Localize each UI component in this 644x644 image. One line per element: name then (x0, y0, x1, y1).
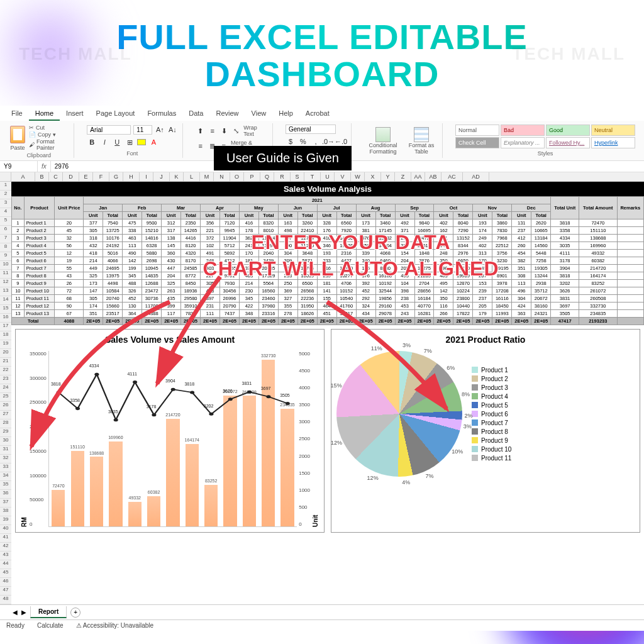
row-header[interactable]: 20 (0, 349, 11, 358)
col-header[interactable]: M (200, 172, 214, 181)
row-header[interactable]: 2 (0, 191, 11, 199)
row-header[interactable]: 31 (0, 446, 11, 455)
col-header[interactable]: T (304, 172, 321, 181)
format-painter-button[interactable]: 🖌 Format Painter (29, 138, 69, 151)
style-hyperlink[interactable]: Hyperlink (591, 137, 635, 148)
font-name-select[interactable] (87, 125, 131, 135)
row-header[interactable]: 8 (0, 243, 11, 252)
col-header[interactable]: U (321, 172, 335, 181)
row-header[interactable]: 43 (0, 552, 11, 560)
row-header[interactable]: 12 (0, 279, 11, 287)
row-header[interactable]: 1 (0, 182, 11, 191)
align-left-icon[interactable]: ≡ (196, 141, 205, 151)
col-header[interactable]: AC (441, 172, 463, 181)
col-header[interactable]: A (11, 172, 35, 181)
row-header[interactable]: 36 (0, 490, 11, 499)
row-header[interactable]: 41 (0, 534, 11, 543)
fill-color-button[interactable] (137, 139, 146, 145)
col-header[interactable]: AB (425, 172, 441, 181)
row-header[interactable]: 35 (0, 481, 11, 490)
row-header[interactable]: 14 (0, 296, 11, 305)
row-header[interactable]: 48 (0, 596, 11, 604)
paste-button[interactable]: Paste (9, 125, 26, 152)
style-neutral[interactable]: Neutral (591, 125, 635, 136)
row-header[interactable]: 47 (0, 587, 11, 596)
row-header[interactable]: 33 (0, 464, 11, 472)
ribbon-tab-insert[interactable]: Insert (60, 107, 90, 121)
underline-button[interactable]: U (112, 137, 122, 147)
copy-button[interactable]: 📄 Copy ▾ (29, 131, 69, 138)
ribbon-tab-home[interactable]: Home (29, 107, 60, 121)
row-header[interactable]: 34 (0, 472, 11, 481)
row-header[interactable]: 3 (0, 199, 11, 208)
font-size-select[interactable] (133, 125, 152, 135)
sheet-body[interactable]: Sales Volume Analysis No.ProductUnit Pri… (11, 182, 644, 536)
sheet-tab-report[interactable]: Report (30, 606, 67, 618)
col-header[interactable]: J (153, 172, 170, 181)
increase-decimal-icon[interactable]: .0→ (323, 136, 333, 147)
style-followed-hyperlink[interactable]: Followed Hy... (546, 137, 590, 148)
row-header[interactable]: 25 (0, 393, 11, 402)
pie-chart[interactable]: 2021 Product Ratio 3%7%6%8%2%3%10%7%4%12… (331, 329, 640, 533)
conditional-formatting-button[interactable]: Conditional Formatting (364, 127, 402, 155)
row-header[interactable]: 17 (0, 323, 11, 331)
row-header[interactable]: 45 (0, 569, 11, 578)
col-header[interactable]: Z (395, 172, 411, 181)
col-header[interactable]: G (109, 172, 123, 181)
combo-chart[interactable]: Sales Volume vs Sales Amount RM 35000030… (15, 329, 325, 533)
bold-button[interactable]: B (87, 137, 97, 147)
col-header[interactable]: E (79, 172, 93, 181)
col-header[interactable]: P (244, 172, 260, 181)
row-header[interactable]: 11 (0, 270, 11, 279)
col-header[interactable]: N (214, 172, 230, 181)
wrap-text-button[interactable]: Wrap Text (243, 125, 267, 137)
sheet-nav-next-icon[interactable]: ▶ (21, 609, 26, 616)
align-bottom-icon[interactable]: ⬇ (219, 126, 229, 136)
style-explanatory[interactable]: Explanatory ... (501, 137, 545, 148)
col-header[interactable]: C (49, 172, 63, 181)
row-header[interactable]: 16 (0, 314, 11, 323)
ribbon-tab-acrobat[interactable]: Acrobat (299, 107, 336, 121)
style-bad[interactable]: Bad (501, 125, 545, 136)
add-sheet-button[interactable]: + (70, 608, 80, 618)
col-header[interactable]: Q (260, 172, 274, 181)
row-header[interactable]: 5 (0, 217, 11, 226)
border-button[interactable]: ⊞ (125, 137, 135, 147)
col-header[interactable]: AA (411, 172, 425, 181)
ribbon-tab-review[interactable]: Review (209, 107, 245, 121)
col-header[interactable]: AD (463, 172, 489, 181)
row-header[interactable]: 18 (0, 331, 11, 340)
row-header[interactable]: 24 (0, 384, 11, 393)
row-header[interactable]: 23 (0, 375, 11, 384)
row-header[interactable]: 44 (0, 560, 11, 569)
row-header[interactable]: 26 (0, 402, 11, 411)
ribbon-tab-file[interactable]: File (5, 107, 29, 121)
format-as-table-button[interactable]: Format as Table (406, 127, 437, 155)
row-header[interactable]: 7 (0, 235, 11, 243)
row-header[interactable]: 37 (0, 499, 11, 508)
col-header[interactable]: L (184, 172, 200, 181)
row-header[interactable]: 9 (0, 252, 11, 261)
row-header[interactable]: 15 (0, 305, 11, 314)
ribbon-tab-formulas[interactable]: Formulas (141, 107, 182, 121)
comma-icon[interactable]: , (311, 136, 321, 147)
col-header[interactable]: R (274, 172, 291, 181)
align-top-icon[interactable]: ⬆ (196, 126, 205, 136)
percent-icon[interactable]: % (298, 136, 308, 147)
row-header[interactable]: 22 (0, 367, 11, 375)
style-good[interactable]: Good (546, 125, 590, 136)
decrease-decimal-icon[interactable]: ←.0 (336, 136, 346, 147)
row-header[interactable]: 13 (0, 287, 11, 296)
currency-icon[interactable]: $ (286, 136, 296, 147)
ribbon-tab-data[interactable]: Data (182, 107, 209, 121)
align-mid-icon[interactable]: ≡ (208, 126, 217, 136)
col-header[interactable]: V (335, 172, 351, 181)
col-header[interactable]: B (35, 172, 49, 181)
number-format-select[interactable] (286, 125, 336, 134)
col-header[interactable]: D (63, 172, 79, 181)
col-header[interactable]: F (93, 172, 109, 181)
row-header[interactable]: 4 (0, 208, 11, 217)
name-box[interactable]: Y9 (0, 161, 38, 172)
row-header[interactable]: 10 (0, 261, 11, 270)
ribbon-tab-help[interactable]: Help (272, 107, 299, 121)
